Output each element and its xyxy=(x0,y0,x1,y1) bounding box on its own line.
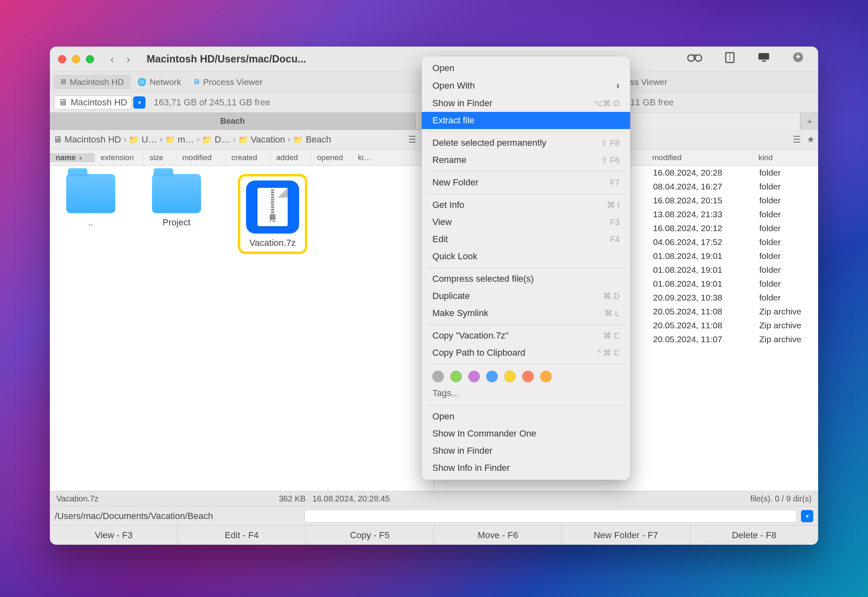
tag-color[interactable] xyxy=(486,371,498,382)
minimize-window-button[interactable] xyxy=(72,55,80,63)
col-opened[interactable]: opened xyxy=(311,153,352,162)
menu-edit[interactable]: EditF4 xyxy=(422,231,630,248)
fkey-move[interactable]: Move - F6 xyxy=(434,526,562,545)
traffic-lights xyxy=(58,55,94,63)
menu-open-with[interactable]: Open With xyxy=(422,77,630,95)
archive-7z-icon: 7Z xyxy=(246,180,299,234)
download-icon[interactable] xyxy=(793,52,803,66)
col-size[interactable]: size xyxy=(144,153,177,162)
menu-copy-path[interactable]: Copy Path to Clipboard^ ⌘ C xyxy=(422,344,630,361)
folder-icon xyxy=(152,174,201,213)
disk-icon: 🖥 xyxy=(58,97,67,108)
nav-arrows: ‹ › xyxy=(110,53,130,66)
menu-show-finder-2[interactable]: Show in Finder xyxy=(422,442,630,459)
storage-free-fragment: 11 GB free xyxy=(630,92,673,113)
breadcrumb-beach[interactable]: 📁Beach xyxy=(293,134,331,145)
col-extension[interactable]: extension xyxy=(95,153,144,162)
left-icon-grid[interactable]: .. Project 7Z Vacation.7z xyxy=(50,166,434,491)
breadcrumb-docs[interactable]: 📁D… xyxy=(202,134,230,145)
globe-icon: 🌐 xyxy=(137,78,146,87)
tag-color[interactable] xyxy=(468,371,480,382)
status-right-files: file(s). 0 / 9 dir(s) xyxy=(750,494,812,503)
tag-color[interactable] xyxy=(432,371,444,382)
left-breadcrumb: 🖥Macintosh HD› 📁U…› 📁m…› 📁D…› 📁Vacation›… xyxy=(50,130,434,149)
breadcrumb-users[interactable]: 📁U… xyxy=(129,134,157,145)
folder-icon: 📁 xyxy=(238,135,248,145)
svg-point-0 xyxy=(688,55,694,61)
left-pane: Beach ＋ 🖥Macintosh HD› 📁U…› 📁m…› 📁D…› 📁V… xyxy=(50,113,434,491)
left-column-headers: name▲ extension size modified created ad… xyxy=(50,149,434,166)
star-icon[interactable]: ★ xyxy=(807,134,815,145)
menu-show-info-finder[interactable]: Show Info in Finder xyxy=(422,459,630,477)
fkey-view[interactable]: View - F3 xyxy=(50,526,178,545)
folder-icon xyxy=(66,174,115,213)
fkey-newfolder[interactable]: New Folder - F7 xyxy=(562,526,690,545)
menu-rename[interactable]: Rename⇧ F6 xyxy=(422,151,630,169)
location-item-network[interactable]: 🌐Network xyxy=(137,77,181,87)
menu-show-commander[interactable]: Show In Commander One xyxy=(422,425,630,442)
col-created[interactable]: created xyxy=(226,153,271,162)
binoculars-icon[interactable] xyxy=(687,52,702,66)
menu-view[interactable]: ViewF3 xyxy=(422,214,630,231)
disk-icon: 🖥 xyxy=(59,78,67,86)
back-button[interactable]: ‹ xyxy=(110,53,114,66)
tag-color[interactable] xyxy=(450,371,462,382)
location-item-hd[interactable]: 🖥Macintosh HD xyxy=(54,75,131,89)
tag-color[interactable] xyxy=(540,371,552,382)
menu-tags-label[interactable]: Tags... xyxy=(422,386,630,403)
menu-duplicate[interactable]: Duplicate⌘ D xyxy=(422,287,630,305)
menu-delete-permanently[interactable]: Delete selected permanently⇧ F8 xyxy=(422,134,630,151)
title-path: Macintosh HD/Users/mac/Docu... xyxy=(147,53,306,65)
tag-color[interactable] xyxy=(504,371,516,382)
zoom-window-button[interactable] xyxy=(86,55,94,63)
toolbar-icons xyxy=(687,52,810,66)
menu-make-symlink[interactable]: Make Symlink⌘ L xyxy=(422,305,630,322)
breadcrumb-hd[interactable]: 🖥Macintosh HD xyxy=(53,134,121,145)
sort-asc-icon: ▲ xyxy=(78,155,83,160)
statusline: Vacation.7z 362 KB 16.08.2024, 20:28:45 … xyxy=(50,491,818,506)
list-view-icon[interactable]: ☰ xyxy=(793,134,801,145)
menu-new-folder[interactable]: New FolderF7 xyxy=(422,174,630,191)
col-added[interactable]: added xyxy=(271,153,311,162)
col-kind-right[interactable]: kind xyxy=(753,153,818,162)
parent-folder-item[interactable]: .. xyxy=(66,174,115,228)
menu-quick-look[interactable]: Quick Look xyxy=(422,248,630,265)
fkey-edit[interactable]: Edit - F4 xyxy=(178,526,306,545)
folder-item-project[interactable]: Project xyxy=(152,174,201,228)
tab-beach[interactable]: Beach xyxy=(50,113,416,129)
location-item-process-fragment: ss Viewer xyxy=(630,72,667,92)
menu-extract-file[interactable]: Extract file xyxy=(422,112,630,129)
path-dropdown[interactable]: ▾ xyxy=(801,510,813,522)
menu-open-2[interactable]: Open xyxy=(422,408,630,425)
fkey-copy[interactable]: Copy - F5 xyxy=(306,526,434,545)
col-name[interactable]: name▲ xyxy=(50,153,95,162)
file-item-vacation-7z[interactable]: 7Z Vacation.7z xyxy=(238,174,307,254)
list-view-icon[interactable]: ☰ xyxy=(408,134,416,145)
menu-open[interactable]: Open xyxy=(422,60,630,77)
forward-button[interactable]: › xyxy=(126,53,130,66)
add-tab-button-right-visible[interactable]: ＋ xyxy=(800,113,818,130)
breadcrumb-mac[interactable]: 📁m… xyxy=(165,134,194,145)
menu-get-info[interactable]: Get Info⌘ I xyxy=(422,196,630,214)
menu-compress[interactable]: Compress selected file(s) xyxy=(422,270,630,287)
menu-copy-named[interactable]: Copy "Vacation.7z"⌘ C xyxy=(422,327,630,344)
storage-free-text: 163,71 GB of 245,11 GB free xyxy=(154,97,270,108)
col-modified[interactable]: modified xyxy=(177,153,226,162)
location-item-process[interactable]: 🖥Process Viewer xyxy=(192,77,263,87)
disk-icon: 🖥 xyxy=(53,134,62,145)
menu-tag-colors xyxy=(422,367,630,386)
folder-icon: 📁 xyxy=(129,135,139,145)
fkey-delete[interactable]: Delete - F8 xyxy=(690,526,818,545)
close-window-button[interactable] xyxy=(58,55,66,63)
menu-show-in-finder[interactable]: Show in Finder⌥⌘ O xyxy=(422,95,630,112)
status-filename: Vacation.7z xyxy=(56,494,98,503)
col-modified-right[interactable]: modified xyxy=(647,153,753,162)
path-input[interactable] xyxy=(304,510,797,523)
monitor-icon[interactable] xyxy=(758,52,770,66)
folder-icon: 📁 xyxy=(293,135,303,145)
disk-dropdown[interactable]: ▾ xyxy=(133,96,145,109)
tag-color[interactable] xyxy=(522,371,534,382)
disk-selector[interactable]: 🖥Macintosh HD xyxy=(54,96,132,109)
archive-icon[interactable] xyxy=(725,52,735,66)
breadcrumb-vacation[interactable]: 📁Vacation xyxy=(238,134,285,145)
